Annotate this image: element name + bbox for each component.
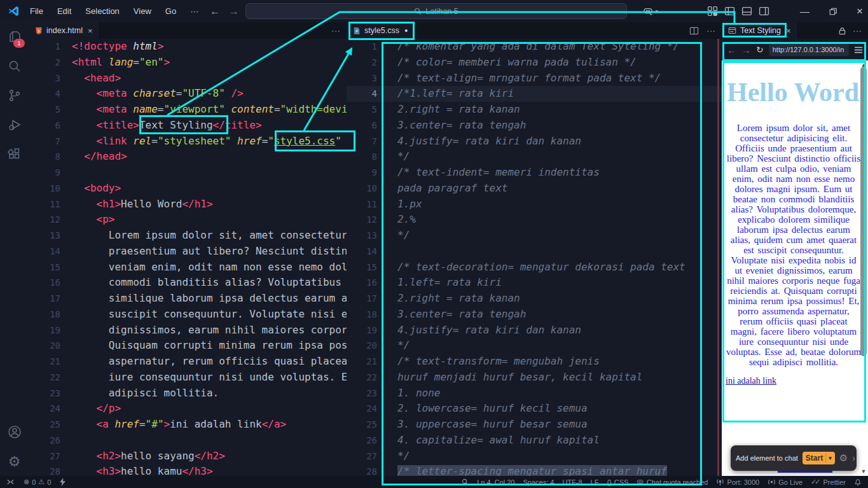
code-line[interactable]: 21/* text-transform= mengubah jenis bbox=[347, 354, 722, 370]
code-line[interactable]: 26 bbox=[29, 433, 347, 449]
menu-item[interactable]: File bbox=[24, 4, 49, 18]
bolt-icon[interactable] bbox=[60, 478, 65, 486]
code-line[interactable]: 28 <h3>hello kamu</h3> bbox=[29, 464, 347, 476]
tab-text-styling-preview[interactable]: Text Styling × bbox=[722, 22, 798, 39]
browser-menu-icon[interactable] bbox=[854, 46, 863, 53]
code-line[interactable]: 27 <h2>hello sayang</h2> bbox=[29, 449, 347, 464]
code-line[interactable]: 14 praesentium aut libero? Nesciunt dist… bbox=[29, 244, 347, 260]
code-line[interactable]: 52.right = rata kanan bbox=[347, 102, 722, 118]
code-line[interactable]: 5 <meta name="viewport" content="width=d… bbox=[29, 102, 347, 118]
code-line[interactable]: 242. lowercase= huruf kecil semua bbox=[347, 401, 722, 417]
copilot-menu[interactable]: ▾ bbox=[642, 0, 658, 22]
encoding[interactable]: UTF-8 bbox=[562, 478, 582, 486]
minimize-button[interactable]: — bbox=[800, 6, 809, 17]
cursor-position[interactable]: Ln 4, Col 20 bbox=[477, 478, 514, 486]
chat-quota[interactable]: Chat quota reached bbox=[637, 478, 708, 486]
code-line[interactable]: 16 commodi blanditiis alias? Voluptatibu… bbox=[29, 275, 347, 291]
code-line[interactable]: 8*/ bbox=[347, 149, 722, 165]
customize-layout-icon[interactable] bbox=[707, 6, 718, 17]
code-line[interactable]: 27*/ bbox=[347, 449, 722, 464]
code-line[interactable]: 8 </head> bbox=[29, 149, 347, 165]
eol[interactable]: LF bbox=[591, 478, 599, 486]
back-arrow-icon[interactable]: ← bbox=[210, 6, 220, 17]
tab-style5-css[interactable]: # style5.css ● bbox=[347, 22, 415, 39]
code-line[interactable]: 264. capitalize= awal huruf kapital bbox=[347, 433, 722, 449]
code-line[interactable]: 231. none bbox=[347, 386, 722, 401]
search-sidebar-icon[interactable] bbox=[0, 52, 29, 81]
menu-item[interactable]: Selection bbox=[79, 4, 125, 18]
code-line[interactable]: 9/* text-indent= memeri indentitas bbox=[347, 165, 722, 181]
browser-scrollbar-thumb[interactable] bbox=[860, 67, 867, 356]
menu-item[interactable]: ··· bbox=[184, 4, 204, 18]
code-line[interactable]: 6 <title>Text Styling</title> bbox=[29, 118, 347, 134]
toggle-secondary-sidebar-icon[interactable] bbox=[759, 6, 769, 17]
restore-button[interactable] bbox=[829, 7, 837, 16]
code-line[interactable]: 22 iure consequuntur nisi unde voluptas.… bbox=[29, 370, 347, 386]
indentation[interactable]: Spaces: 4 bbox=[523, 478, 554, 486]
overlay-gear-icon[interactable]: ⚙ bbox=[839, 452, 848, 464]
code-line[interactable]: 111.px bbox=[347, 197, 722, 213]
more-actions-icon[interactable]: ··· bbox=[706, 25, 715, 36]
preview-link[interactable]: ini adalah link bbox=[726, 376, 776, 386]
menu-item[interactable]: View bbox=[128, 4, 157, 18]
code-line[interactable]: 4 <meta charset="UTF-8" /> bbox=[29, 86, 347, 102]
zoom-indicator-icon[interactable] bbox=[462, 478, 469, 485]
close-tab-icon[interactable]: × bbox=[786, 26, 791, 36]
code-line[interactable]: 63.center= rata tengah bbox=[347, 118, 722, 134]
code-line[interactable]: 21 aspernatur, rerum officiis quasi plac… bbox=[29, 354, 347, 370]
browser-forward-icon[interactable]: → bbox=[741, 45, 751, 55]
url-bar[interactable]: http://127.0.0.1:3000/in bbox=[769, 43, 849, 56]
code-line[interactable]: 3/* text-align= mrngatur format pada tex… bbox=[347, 71, 722, 87]
code-line[interactable]: 10pada paragraf text bbox=[347, 181, 722, 197]
code-line[interactable]: 194.justify= rata kiri dan kanan bbox=[347, 323, 722, 338]
bell-icon[interactable] bbox=[854, 478, 862, 486]
code-line[interactable]: 15/* text-decoration= mengatur dekorasi … bbox=[347, 260, 722, 275]
code-line[interactable]: 183.center= rata tengah bbox=[347, 307, 722, 323]
editor-html-code[interactable]: 1<!doctype html>2<html lang="en">3 <head… bbox=[29, 39, 347, 476]
overlay-chevron-icon[interactable]: › bbox=[852, 453, 855, 463]
extensions-icon[interactable] bbox=[0, 139, 29, 169]
code-line[interactable]: 25 <a href="#">ini adalah link</a> bbox=[29, 417, 347, 433]
code-line[interactable]: 1<!doctype html> bbox=[29, 39, 347, 55]
code-line[interactable]: 13*/ bbox=[347, 228, 722, 244]
port-indicator[interactable]: Port: 3000 bbox=[716, 478, 759, 486]
close-tab-icon[interactable]: × bbox=[88, 26, 93, 36]
code-line[interactable]: 19 dignissimos, earum nihil maiores corp… bbox=[29, 323, 347, 338]
code-line[interactable]: 2<html lang="en"> bbox=[29, 55, 347, 71]
code-line[interactable]: 23 adipisci mollitia. bbox=[29, 386, 347, 401]
tab-index-html[interactable]: 5 index.html × bbox=[29, 22, 100, 39]
code-line[interactable]: 12 <p> bbox=[29, 212, 347, 228]
code-line[interactable]: 74.justify= rata kiri dan kanan bbox=[347, 134, 722, 150]
code-line[interactable]: 161.left= rata kiri bbox=[347, 275, 722, 291]
forward-arrow-icon[interactable]: → bbox=[229, 6, 239, 17]
close-window-button[interactable]: × bbox=[857, 5, 863, 18]
browser-reload-icon[interactable]: ↻ bbox=[756, 45, 764, 55]
toggle-sidebar-icon[interactable] bbox=[724, 6, 735, 17]
editor-css-code[interactable]: 1/* komentar yang ada di dalam Text Syte… bbox=[347, 39, 722, 476]
code-line[interactable]: 22huruf menjadi huruf besar, kecil kapit… bbox=[347, 370, 722, 386]
code-line[interactable]: 18 suscipit consequuntur. Voluptate nisi… bbox=[29, 307, 347, 323]
code-line[interactable]: 2/* color= memberi warna pada tulisan */ bbox=[347, 55, 722, 71]
code-line[interactable]: 20*/ bbox=[347, 338, 722, 354]
code-line[interactable]: 10 <body> bbox=[29, 181, 347, 197]
code-line[interactable]: 172.right = rata kanan bbox=[347, 291, 722, 307]
more-actions-icon[interactable]: ··· bbox=[853, 25, 862, 36]
code-line[interactable]: 17 similique laborum ipsa delectus earum… bbox=[29, 291, 347, 307]
code-line[interactable]: 14 bbox=[347, 244, 722, 260]
toggle-panel-icon[interactable] bbox=[741, 6, 752, 17]
modified-dot-icon[interactable]: ● bbox=[404, 27, 408, 34]
explorer-icon[interactable]: 1 bbox=[0, 22, 29, 52]
lock-icon[interactable] bbox=[838, 27, 846, 35]
code-line[interactable]: 1/* komentar yang ada di dalam Text Syte… bbox=[347, 39, 722, 55]
code-line[interactable]: 24 </p> bbox=[29, 401, 347, 417]
scroll-down-icon[interactable]: ▼ bbox=[860, 468, 867, 475]
browser-back-icon[interactable]: ← bbox=[727, 45, 736, 55]
code-line[interactable]: 9 bbox=[29, 165, 347, 181]
accounts-icon[interactable] bbox=[0, 417, 29, 447]
code-line[interactable]: 13 Lorem ipsum dolor sit, amet consectet… bbox=[29, 228, 347, 244]
menu-item[interactable]: Go bbox=[160, 4, 182, 18]
go-live-button[interactable]: Go Live bbox=[768, 478, 803, 486]
remote-indicator-icon[interactable] bbox=[6, 478, 15, 486]
code-line[interactable]: 122.% bbox=[347, 212, 722, 228]
split-editor-icon[interactable] bbox=[689, 26, 699, 36]
